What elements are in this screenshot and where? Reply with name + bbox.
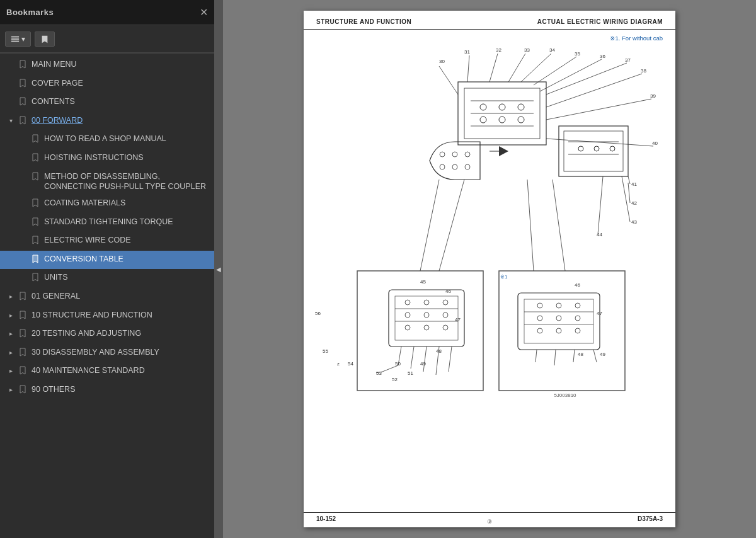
svg-point-80 xyxy=(424,325,429,330)
sidebar-item-90-others[interactable]: 90 OTHERS xyxy=(0,381,214,400)
bookmark-flag-icon xyxy=(19,385,28,397)
svg-point-75 xyxy=(443,300,448,305)
svg-text:5J003810: 5J003810 xyxy=(554,392,576,398)
bookmark-label-standard-tightening: STANDARD TIGHTENING TORQUE xyxy=(44,217,209,227)
sidebar-item-main-menu[interactable]: MAIN MENU xyxy=(0,56,214,75)
svg-text:54: 54 xyxy=(348,361,353,367)
bookmark-flag-icon xyxy=(32,236,40,248)
svg-text:44: 44 xyxy=(597,232,602,238)
expand-arrow-icon[interactable] xyxy=(6,367,15,375)
bookmark-view-button[interactable] xyxy=(35,31,55,47)
expand-arrow-icon[interactable] xyxy=(6,329,15,338)
bookmark-flag-icon xyxy=(32,217,40,229)
sidebar-header: Bookmarks ✕ xyxy=(0,0,214,25)
sidebar-item-how-to-read[interactable]: HOW TO READ A SHOP MANUAL xyxy=(0,130,214,149)
bookmark-flag-icon xyxy=(19,97,28,109)
bookmark-label-00-forward: 00 FORWARD xyxy=(32,115,209,125)
sidebar-item-30-disassembly[interactable]: 30 DISASSEMBLY AND ASSEMBLY xyxy=(0,344,214,363)
svg-line-112 xyxy=(420,180,439,271)
svg-line-32 xyxy=(546,63,627,94)
bookmark-flag-icon xyxy=(32,255,40,266)
svg-line-113 xyxy=(439,180,464,271)
svg-point-81 xyxy=(443,325,448,330)
svg-point-107 xyxy=(575,328,580,333)
sidebar-item-20-testing[interactable]: 20 TESTING AND ADJUSTING xyxy=(0,325,214,344)
svg-text:38: 38 xyxy=(641,68,646,74)
bookmark-label-main-menu: MAIN MENU xyxy=(32,59,209,69)
svg-text:31: 31 xyxy=(464,49,470,55)
expand-arrow-icon[interactable] xyxy=(6,386,15,394)
bookmark-flag-icon xyxy=(19,116,28,128)
document-page: STRUCTURE AND FUNCTION ACTUAL ELECTRIC W… xyxy=(304,11,675,527)
bookmark-flag-icon xyxy=(19,60,28,72)
sidebar-item-electric-wire[interactable]: ELECTRIC WIRE CODE xyxy=(0,232,214,251)
sidebar-item-method-disassembling[interactable]: METHOD OF DISASSEMBLING, CONNECTING PUSH… xyxy=(0,168,214,195)
svg-text:34: 34 xyxy=(549,47,555,53)
sidebar-item-units[interactable]: UNITS xyxy=(0,269,214,288)
bookmark-flag-icon xyxy=(32,172,40,184)
svg-point-74 xyxy=(424,300,429,305)
main-content: STRUCTURE AND FUNCTION ACTUAL ELECTRIC W… xyxy=(223,0,756,538)
svg-point-102 xyxy=(537,316,542,321)
svg-line-29 xyxy=(521,54,551,82)
sidebar-item-hoisting[interactable]: HOISTING INSTRUCTIONS xyxy=(0,149,214,168)
sidebar-item-contents[interactable]: CONTENTS xyxy=(0,93,214,112)
close-button[interactable]: ✕ xyxy=(200,8,208,18)
expand-arrow-icon[interactable] xyxy=(6,348,15,357)
bookmark-label-20-testing: 20 TESTING AND ADJUSTING xyxy=(32,328,209,338)
svg-line-26 xyxy=(467,55,469,82)
page-header-left: STRUCTURE AND FUNCTION xyxy=(316,18,411,25)
page-header: STRUCTURE AND FUNCTION ACTUAL ELECTRIC W… xyxy=(304,11,675,30)
bookmark-flag-icon xyxy=(19,348,28,360)
svg-rect-36 xyxy=(559,126,628,176)
svg-point-23 xyxy=(499,117,505,123)
bookmark-label-cover-page: COVER PAGE xyxy=(32,78,209,88)
svg-text:52: 52 xyxy=(392,377,398,382)
svg-rect-37 xyxy=(564,131,623,171)
sidebar-item-10-structure[interactable]: 10 STRUCTURE AND FUNCTION xyxy=(0,307,214,326)
sidebar-item-cover-page[interactable]: COVER PAGE xyxy=(0,75,214,94)
svg-line-50 xyxy=(598,176,603,234)
svg-point-56 xyxy=(440,164,445,169)
svg-line-110 xyxy=(573,350,575,362)
svg-point-76 xyxy=(405,312,410,318)
svg-rect-95 xyxy=(518,293,600,350)
svg-line-48 xyxy=(628,183,630,203)
bookmark-flag-icon xyxy=(32,153,40,165)
svg-text:46: 46 xyxy=(575,282,580,288)
list-icon xyxy=(11,35,20,43)
expand-arrow-icon[interactable] xyxy=(6,117,15,125)
bookmark-flag-icon xyxy=(32,273,40,285)
svg-text:※1: ※1 xyxy=(500,274,508,280)
svg-line-49 xyxy=(622,176,630,222)
svg-point-79 xyxy=(405,325,410,330)
sidebar-collapse-handle[interactable]: ◀ xyxy=(214,0,223,538)
page-number-left: 10-152 xyxy=(316,515,336,522)
sidebar-item-coating[interactable]: COATING MATERIALS xyxy=(0,195,214,214)
bookmark-flag-icon xyxy=(19,292,28,304)
svg-text:53: 53 xyxy=(376,370,382,376)
sidebar-item-00-forward[interactable]: 00 FORWARD xyxy=(0,112,214,131)
bookmark-label-90-others: 90 OTHERS xyxy=(32,384,209,394)
sidebar-item-01-general[interactable]: 01 GENERAL xyxy=(0,288,214,307)
collapse-arrow-icon: ◀ xyxy=(216,266,221,273)
bookmark-label-10-structure: 10 STRUCTURE AND FUNCTION xyxy=(32,310,209,320)
sidebar-item-40-maintenance[interactable]: 40 MAINTENANCE STANDARD xyxy=(0,362,214,381)
list-view-button[interactable]: ▾ xyxy=(5,31,31,47)
svg-point-20 xyxy=(499,104,505,110)
svg-line-31 xyxy=(540,59,602,91)
sidebar-item-standard-tightening[interactable]: STANDARD TIGHTENING TORQUE xyxy=(0,214,214,232)
svg-point-57 xyxy=(452,164,457,169)
bookmark-label-01-general: 01 GENERAL xyxy=(32,291,209,301)
expand-arrow-icon[interactable] xyxy=(6,311,15,319)
svg-point-53 xyxy=(440,152,445,157)
svg-point-19 xyxy=(480,104,486,110)
expand-arrow-icon[interactable] xyxy=(6,292,15,300)
bookmark-label-hoisting: HOISTING INSTRUCTIONS xyxy=(44,152,209,163)
list-arrow: ▾ xyxy=(21,35,25,43)
svg-line-87 xyxy=(382,365,398,372)
svg-point-21 xyxy=(518,104,524,110)
sidebar-item-conversion-table[interactable]: CONVERSION TABLE xyxy=(0,251,214,270)
svg-line-114 xyxy=(527,180,534,271)
svg-point-41 xyxy=(594,146,599,151)
